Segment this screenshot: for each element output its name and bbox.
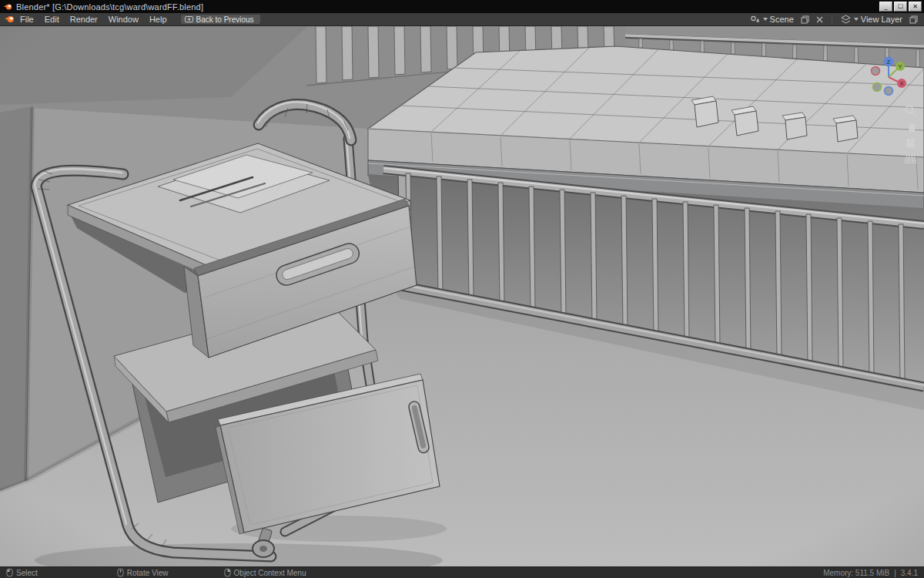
hint-select: Select — [6, 568, 38, 577]
axis-neg-x-ball[interactable] — [872, 67, 880, 76]
axis-x-label: X — [899, 80, 904, 87]
back-to-previous-label: Back to Previous — [196, 15, 254, 24]
axis-neg-z-ball[interactable] — [885, 87, 893, 96]
unlink-scene-icon[interactable] — [814, 14, 825, 25]
mouse-middle-icon — [117, 568, 124, 577]
hint-rotate-view: Rotate View — [117, 568, 169, 577]
blender-logo-icon — [3, 2, 12, 12]
hint-select-label: Select — [16, 569, 38, 577]
status-bar: Select Rotate View Object Context Menu M… — [0, 566, 924, 578]
memory-usage: Memory: 511.5 MiB — [823, 569, 889, 577]
maximize-button[interactable]: ☐ — [894, 2, 907, 12]
menu-help[interactable]: Help — [144, 13, 172, 25]
window-title: Blender* [G:\Downloads\tcg\ward\wardFF.b… — [16, 2, 203, 12]
new-view-layer-icon[interactable] — [908, 14, 919, 25]
status-right: Memory: 511.5 MiB | 3.4.1 — [823, 569, 918, 577]
view-layer-icon — [841, 15, 851, 25]
hint-context-menu-label: Object Context Menu — [234, 569, 306, 577]
scene-icon — [750, 15, 760, 24]
hint-rotate-view-label: Rotate View — [127, 569, 169, 577]
back-to-previous-button[interactable]: Back to Previous — [180, 14, 261, 25]
zoom-icon[interactable] — [902, 102, 919, 119]
status-divider: | — [894, 569, 896, 577]
pan-hand-icon[interactable] — [902, 119, 919, 135]
viewport-3d[interactable]: Z Y X — [0, 26, 924, 566]
axis-z-label: Z — [887, 59, 891, 66]
scene-name: Scene — [770, 15, 794, 24]
axis-y-label: Y — [898, 63, 902, 70]
blender-version: 3.4.1 — [901, 569, 918, 577]
viewport-3d-scene[interactable] — [0, 26, 924, 566]
close-button[interactable]: ✕ — [909, 2, 922, 12]
grid-ortho-icon[interactable] — [902, 151, 919, 167]
view-layer-name: View Layer — [861, 15, 902, 24]
hint-context-menu: Object Context Menu — [224, 568, 306, 577]
axis-neg-y-ball[interactable] — [873, 83, 882, 92]
view-layer-selector[interactable]: View Layer — [839, 14, 905, 25]
scene-selector[interactable]: Scene — [748, 14, 796, 25]
window-controls: _ ☐ ✕ — [879, 2, 922, 12]
top-menu-bar: File Edit Render Window Help Back to Pre… — [0, 13, 924, 26]
menu-file[interactable]: File — [15, 13, 39, 25]
mouse-left-icon — [6, 568, 13, 577]
chevron-down-icon — [854, 18, 859, 21]
blender-menu-icon[interactable] — [3, 14, 15, 25]
minimize-button[interactable]: _ — [879, 2, 892, 12]
menu-render[interactable]: Render — [65, 13, 103, 25]
menu-edit[interactable]: Edit — [39, 13, 65, 25]
camera-view-icon[interactable] — [902, 135, 919, 151]
navigation-gizmo[interactable]: Z Y X — [869, 54, 909, 97]
new-scene-icon[interactable] — [799, 14, 811, 25]
title-bar: Blender* [G:\Downloads\tcg\ward\wardFF.b… — [0, 0, 924, 13]
topbar-divider — [832, 15, 832, 24]
menu-window[interactable]: Window — [103, 13, 144, 25]
mouse-right-icon — [224, 568, 231, 577]
screen-back-icon — [185, 16, 193, 23]
chevron-down-icon — [763, 18, 768, 21]
